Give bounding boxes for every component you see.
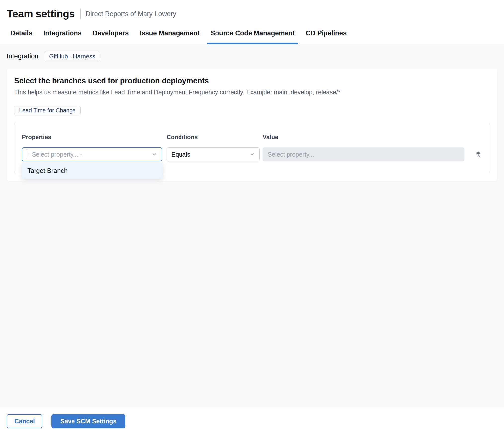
tab-label: Developers xyxy=(93,29,129,37)
save-scm-settings-button[interactable]: Save SCM Settings xyxy=(51,414,125,428)
cancel-button[interactable]: Cancel xyxy=(7,414,42,428)
tab-details[interactable]: Details xyxy=(7,23,36,44)
chevron-down-icon xyxy=(250,152,255,157)
property-select-wrapper: - Select property... - Target Branch xyxy=(22,147,167,161)
footer-action-bar: Cancel Save SCM Settings xyxy=(0,407,504,435)
integration-chip[interactable]: GitHub - Harness xyxy=(44,51,100,61)
card-title: Select the branches used for production … xyxy=(14,76,490,85)
main-content: Integration: GitHub - Harness Select the… xyxy=(0,44,504,407)
tab-label: CD Pipelines xyxy=(306,29,347,37)
tab-developers[interactable]: Developers xyxy=(89,23,132,44)
condition-select[interactable]: Equals xyxy=(167,147,260,161)
tab-label: Source Code Management xyxy=(211,29,295,37)
value-input xyxy=(263,147,464,161)
properties-column-label: Properties xyxy=(22,134,167,141)
value-column-label: Value xyxy=(263,134,482,141)
tab-label: Integrations xyxy=(43,29,82,37)
delete-rule-button[interactable] xyxy=(475,150,482,158)
tab-issue-management[interactable]: Issue Management xyxy=(136,23,203,44)
branch-rule-box: Properties Conditions Value - Select pro… xyxy=(14,122,490,174)
tab-label: Details xyxy=(10,29,33,37)
text-cursor xyxy=(27,151,27,158)
property-select-placeholder: - Select property... - xyxy=(28,151,82,158)
rule-controls-row: - Select property... - Target Branch Equ… xyxy=(22,147,482,161)
property-dropdown: Target Branch xyxy=(22,163,163,179)
chevron-down-icon xyxy=(152,152,157,157)
scm-settings-card: Select the branches used for production … xyxy=(7,68,497,181)
tab-cd-pipelines[interactable]: CD Pipelines xyxy=(302,23,350,44)
tab-label: Issue Management xyxy=(140,29,200,37)
card-description: This helps us measure metrics like Lead … xyxy=(14,89,490,96)
conditions-column-label: Conditions xyxy=(167,134,263,141)
tab-bar: Details Integrations Developers Issue Ma… xyxy=(0,23,504,44)
integration-row: Integration: GitHub - Harness xyxy=(7,51,497,61)
condition-select-value: Equals xyxy=(171,151,190,158)
page-header: Team settings Direct Reports of Mary Low… xyxy=(0,0,504,23)
tab-integrations[interactable]: Integrations xyxy=(40,23,85,44)
property-select[interactable]: - Select property... - xyxy=(22,147,162,161)
page-subtitle: Direct Reports of Mary Lowery xyxy=(86,10,176,18)
trash-icon xyxy=(475,150,482,159)
page-title: Team settings xyxy=(7,8,75,20)
lead-time-for-change-chip[interactable]: Lead Time for Change xyxy=(14,106,81,115)
rule-column-labels: Properties Conditions Value xyxy=(22,134,482,141)
tab-source-code-management[interactable]: Source Code Management xyxy=(207,23,298,44)
header-divider xyxy=(80,9,81,19)
integration-label: Integration: xyxy=(7,52,40,60)
dropdown-option-target-branch[interactable]: Target Branch xyxy=(22,163,163,179)
